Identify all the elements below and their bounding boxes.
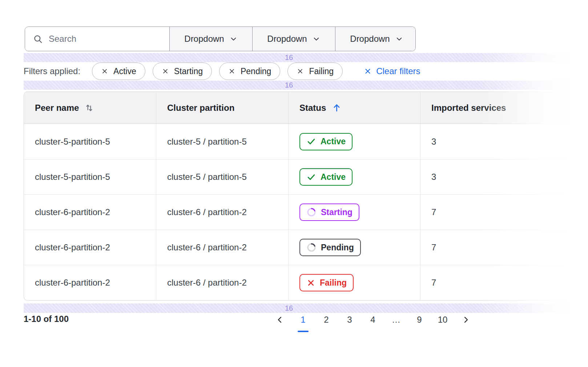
close-icon [297, 68, 304, 75]
previous-page-button[interactable] [268, 311, 291, 328]
close-icon [228, 68, 235, 75]
filter-chip-label: Starting [174, 66, 203, 76]
sort-both-icon[interactable] [85, 103, 94, 113]
filter-chip-failing[interactable]: Failing [287, 62, 343, 80]
cluster-partition-cell: cluster-6 / partition-2 [156, 265, 288, 300]
table-row[interactable]: cluster-5-partition-5cluster-5 / partiti… [24, 124, 588, 159]
page-button-9[interactable]: 9 [408, 311, 431, 328]
check-icon [306, 137, 316, 146]
table-body: cluster-5-partition-5cluster-5 / partiti… [24, 124, 588, 300]
chevron-left-icon [275, 315, 284, 324]
table-row[interactable]: cluster-6-partition-2cluster-6 / partiti… [24, 230, 588, 265]
clear-filters-button[interactable]: Clear filters [364, 66, 420, 76]
dropdown-button-2[interactable]: Dropdown [252, 27, 335, 51]
dropdown-button-1[interactable]: Dropdown [169, 27, 252, 51]
spacing-value: 16 [285, 53, 293, 62]
column-header-cluster-partition[interactable]: Cluster partition [156, 92, 288, 124]
peers-table: Peer name Cluster partition Status Impor… [24, 92, 588, 301]
status-cell: Failing [288, 265, 420, 300]
cluster-partition-cell: cluster-5 / partition-5 [156, 124, 288, 159]
dropdown-label: Dropdown [184, 34, 224, 44]
status-badge-failing: Failing [299, 274, 354, 291]
chevron-down-icon [312, 35, 321, 43]
cluster-partition-cell: cluster-5 / partition-5 [156, 160, 288, 194]
chevron-down-icon [395, 35, 403, 43]
filter-chip-label: Pending [241, 66, 271, 76]
filter-chip-label: Failing [309, 66, 334, 76]
dropdown-button-3[interactable]: Dropdown [335, 27, 416, 51]
imported-services-cell: 3 [420, 160, 588, 194]
spinner-icon [306, 207, 317, 217]
peer-name-cell: cluster-5-partition-5 [24, 124, 156, 159]
peer-name-cell: cluster-6-partition-2 [24, 230, 156, 265]
status-cell: Starting [288, 195, 420, 230]
filter-chip-starting[interactable]: Starting [153, 62, 212, 80]
table-row[interactable]: cluster-6-partition-2cluster-6 / partiti… [24, 265, 588, 300]
status-badge-label: Pending [321, 243, 354, 253]
imported-services-cell: 7 [420, 265, 588, 300]
search-input[interactable] [49, 34, 161, 44]
page-button-4[interactable]: 4 [361, 311, 384, 328]
peer-name-cell: cluster-5-partition-5 [24, 160, 156, 194]
filters-applied-label: Filters applied: [24, 66, 80, 76]
close-icon [162, 68, 169, 75]
table-row[interactable]: cluster-5-partition-5cluster-5 / partiti… [24, 159, 588, 194]
pagination-bar: 1-10 of 100 1234…910 [0, 309, 588, 331]
table-header-row: Peer name Cluster partition Status Impor… [24, 92, 588, 124]
spacing-value: 16 [285, 81, 293, 89]
status-badge-pending: Pending [299, 239, 361, 256]
filter-chip-active[interactable]: Active [92, 62, 145, 80]
page-button-2[interactable]: 2 [315, 311, 338, 328]
peer-name-cell: cluster-6-partition-2 [24, 195, 156, 230]
status-badge-label: Failing [320, 278, 347, 288]
filter-chip-pending[interactable]: Pending [219, 62, 280, 80]
filter-chip-label: Active [113, 66, 136, 76]
imported-services-cell: 3 [420, 124, 588, 159]
column-header-peer-name[interactable]: Peer name [24, 92, 156, 124]
sort-ascending-icon[interactable] [332, 103, 342, 113]
toolbar: DropdownDropdownDropdown [25, 27, 416, 51]
page-button-3[interactable]: 3 [338, 311, 361, 328]
column-header-imported-services[interactable]: Imported services [420, 92, 588, 124]
dropdown-label: Dropdown [350, 34, 390, 44]
filter-chips: ActiveStartingPendingFailing [92, 62, 343, 80]
x-icon [306, 278, 315, 287]
chevron-down-icon [229, 35, 238, 43]
status-cell: Active [288, 160, 420, 194]
status-cell: Active [288, 124, 420, 159]
check-icon [306, 172, 316, 182]
status-cell: Pending [288, 230, 420, 265]
next-page-button[interactable] [454, 311, 478, 328]
status-badge-label: Active [321, 137, 346, 146]
imported-services-cell: 7 [420, 195, 588, 230]
status-badge-label: Starting [321, 207, 353, 217]
pager-ellipsis: … [384, 311, 408, 328]
status-badge-starting: Starting [299, 203, 359, 221]
close-icon [101, 68, 108, 75]
spacing-band-top: 16 [24, 53, 569, 62]
search-box[interactable] [25, 27, 169, 51]
imported-services-cell: 7 [420, 230, 588, 265]
page-button-1[interactable]: 1 [291, 311, 315, 328]
status-badge-label: Active [321, 172, 346, 182]
status-badge-active: Active [299, 133, 353, 150]
spinner-icon [306, 242, 317, 253]
page-button-10[interactable]: 10 [431, 311, 454, 328]
close-icon [364, 67, 372, 75]
cluster-partition-cell: cluster-6 / partition-2 [156, 230, 288, 265]
column-header-status[interactable]: Status [288, 92, 420, 124]
cluster-partition-cell: cluster-6 / partition-2 [156, 195, 288, 230]
dropdown-label: Dropdown [267, 34, 307, 44]
filters-row: Filters applied: ActiveStartingPendingFa… [24, 62, 420, 81]
chevron-right-icon [462, 315, 470, 324]
clear-filters-label: Clear filters [376, 66, 420, 76]
search-icon [33, 34, 43, 44]
pagination-summary: 1-10 of 100 [24, 314, 69, 324]
peers-list-page: DropdownDropdownDropdown 16 Filters appl… [0, 0, 588, 367]
status-badge-active: Active [299, 168, 353, 186]
pager: 1234…910 [268, 311, 478, 328]
spacing-band-middle: 16 [24, 81, 569, 90]
peer-name-cell: cluster-6-partition-2 [24, 265, 156, 300]
table-row[interactable]: cluster-6-partition-2cluster-6 / partiti… [24, 194, 588, 230]
